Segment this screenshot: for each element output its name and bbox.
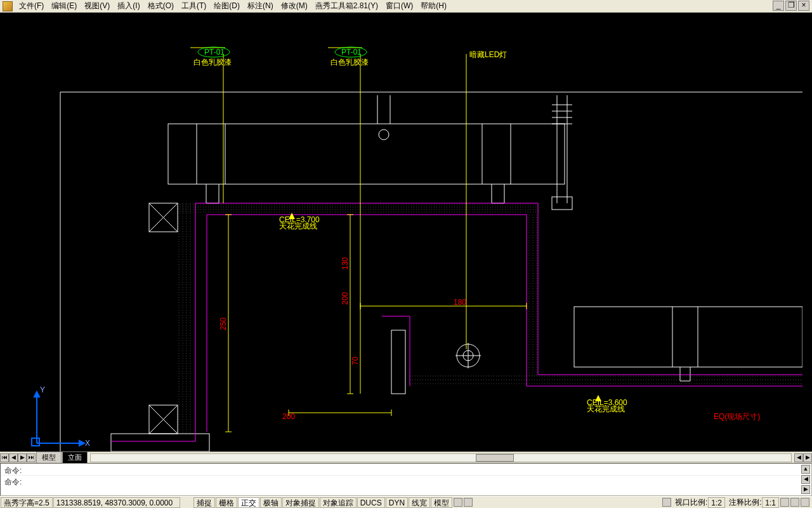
toggle-model[interactable]: 模型: [431, 497, 452, 508]
ann-scale-value[interactable]: 1:1: [762, 497, 779, 508]
minimize-button[interactable]: _: [773, 1, 784, 11]
tab-last-button[interactable]: ⏭: [27, 453, 36, 462]
status-bar: 燕秀字高=2.5 131338.8519, 48370.3009, 0.0000…: [0, 496, 812, 508]
svg-text:天花完成线: 天花完成线: [587, 404, 625, 413]
status-coords: 131338.8519, 48370.3009, 0.0000: [53, 497, 180, 508]
menu-window[interactable]: 窗口(W): [382, 0, 417, 13]
status-icon-1[interactable]: [454, 498, 462, 507]
svg-rect-1: [574, 307, 802, 367]
toggle-otrack[interactable]: 对象追踪: [320, 497, 357, 508]
menu-yanxiu[interactable]: 燕秀工具箱2.81(Y): [311, 0, 382, 13]
svg-text:PT-01: PT-01: [204, 48, 225, 57]
menu-edit[interactable]: 编辑(E): [48, 0, 81, 13]
tab-first-button[interactable]: ⏮: [0, 453, 9, 462]
menu-insert[interactable]: 插入(I): [114, 0, 143, 13]
close-button[interactable]: ×: [798, 1, 809, 11]
toggle-lwt[interactable]: 线宽: [409, 497, 430, 508]
layout-tab-bar: ⏮ ◀ ▶ ⏭ 模型 立面 ◀ ▶: [0, 451, 812, 463]
toggle-ortho[interactable]: 正交: [238, 497, 259, 508]
svg-text:PT-01: PT-01: [341, 48, 362, 57]
menu-format[interactable]: 格式(O): [144, 0, 178, 13]
scroll-right-button[interactable]: ▶: [803, 453, 812, 462]
cmd-scroll-right[interactable]: ▶: [801, 485, 810, 494]
svg-text:200: 200: [341, 292, 350, 305]
svg-text:EQ(现场尺寸): EQ(现场尺寸): [714, 412, 760, 421]
status-icon-2[interactable]: [464, 498, 473, 507]
tab-next-button[interactable]: ▶: [18, 453, 27, 462]
cmd-scroll-left[interactable]: ◀: [801, 475, 810, 484]
status-textheight: 燕秀字高=2.5: [1, 497, 53, 508]
command-input[interactable]: 命令:: [1, 475, 811, 495]
toggle-snap[interactable]: 捕捉: [193, 497, 215, 508]
toggle-ducs[interactable]: DUCS: [357, 497, 385, 508]
svg-rect-8: [111, 434, 209, 451]
toggle-osnap[interactable]: 对象捕捉: [282, 497, 319, 508]
svg-text:暗藏LED灯: 暗藏LED灯: [469, 50, 507, 59]
svg-text:Y: Y: [40, 385, 45, 394]
command-history-line: 命令:: [1, 464, 811, 475]
ann-vis-icon[interactable]: [780, 498, 789, 507]
status-tray-icon[interactable]: [801, 498, 809, 507]
menu-modify[interactable]: 修改(M): [277, 0, 311, 13]
svg-text:天花完成线: 天花完成线: [279, 222, 317, 231]
restore-button[interactable]: ❐: [785, 1, 797, 11]
menu-file[interactable]: 文件(F): [15, 0, 48, 13]
svg-text:130: 130: [341, 257, 350, 270]
svg-text:250: 250: [219, 318, 228, 330]
menu-help[interactable]: 帮助(H): [417, 0, 450, 13]
app-icon: [3, 1, 13, 11]
cmd-scroll-up[interactable]: ▲: [801, 465, 810, 474]
command-window[interactable]: 命令: 命令: ▲ ◀ ▶: [0, 463, 812, 496]
svg-text:X: X: [85, 439, 90, 448]
svg-text:70: 70: [351, 356, 360, 365]
ann-auto-icon[interactable]: [790, 498, 799, 507]
svg-rect-9: [552, 197, 572, 210]
tab-prev-button[interactable]: ◀: [9, 453, 18, 462]
h-scrollbar[interactable]: [90, 453, 792, 462]
toggle-polar[interactable]: 极轴: [260, 497, 282, 508]
vp-scale-label: 视口比例:: [675, 497, 707, 508]
menu-view[interactable]: 视图(V): [81, 0, 114, 13]
svg-rect-5: [391, 330, 405, 394]
drawing-canvas[interactable]: 250 130 200 70 180 200 EQ(现场尺寸) PT-01 PT…: [0, 13, 812, 451]
svg-point-2: [379, 130, 389, 140]
menu-bar: 文件(F) 编辑(E) 视图(V) 插入(I) 格式(O) 工具(T) 绘图(D…: [0, 0, 812, 13]
menu-draw[interactable]: 绘图(D): [210, 0, 244, 13]
lock-icon[interactable]: [662, 498, 671, 507]
svg-text:白色乳胶漆: 白色乳胶漆: [331, 58, 369, 67]
vp-scale-value[interactable]: 1:2: [708, 497, 725, 508]
menu-tools[interactable]: 工具(T): [178, 0, 210, 13]
ucs-icon: Y X: [32, 385, 90, 448]
cad-drawing: 250 130 200 70 180 200 EQ(现场尺寸) PT-01 PT…: [0, 13, 802, 451]
svg-text:200: 200: [282, 412, 295, 421]
ann-scale-label: 注释比例:: [729, 497, 761, 508]
toggle-dyn[interactable]: DYN: [386, 497, 408, 508]
svg-rect-28: [32, 438, 39, 446]
svg-text:180: 180: [454, 298, 466, 307]
tab-layout[interactable]: 立面: [62, 451, 88, 464]
menu-dim[interactable]: 标注(N): [244, 0, 277, 13]
toggle-grid[interactable]: 栅格: [216, 497, 237, 508]
tab-model[interactable]: 模型: [36, 451, 62, 464]
svg-text:白色乳胶漆: 白色乳胶漆: [193, 58, 232, 67]
scroll-left-button[interactable]: ◀: [794, 453, 803, 462]
svg-rect-0: [168, 124, 565, 184]
